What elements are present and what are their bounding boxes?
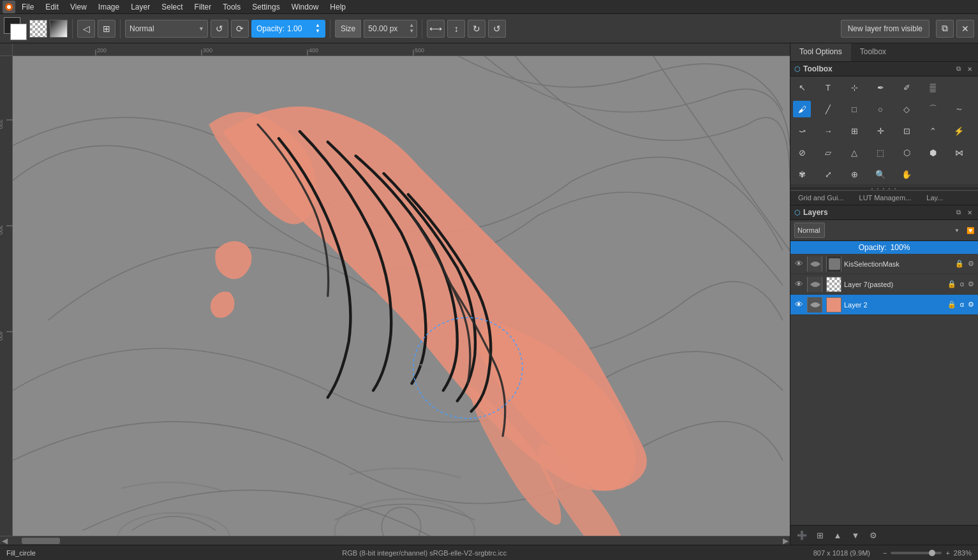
zoom-thumb[interactable] — [929, 550, 935, 556]
add-layer-btn[interactable]: ➕ — [794, 528, 810, 542]
tool-zoom[interactable]: 🔍 — [871, 166, 889, 182]
tool-brush[interactable]: 🖌 — [793, 101, 811, 117]
layer-more-1[interactable]: ⚙ — [967, 279, 975, 289]
tool-rect[interactable]: □ — [845, 101, 863, 117]
layer-item-layer7[interactable]: 👁 Layer 7(pasted) 🔒 α ⚙ — [790, 274, 978, 295]
tool-perspective[interactable]: ⌃ — [924, 122, 942, 139]
mirror-h-btn[interactable]: ⟷ — [427, 20, 445, 38]
scroll-left-btn[interactable]: ◀ — [0, 536, 9, 545]
layer-item-selection-mask[interactable]: 👁 KisSelectionMask 🔒 ⚙ — [790, 254, 978, 274]
pattern-swatch[interactable] — [29, 20, 47, 38]
tool-crop2[interactable]: ⊡ — [898, 122, 915, 139]
layer-lock-2[interactable]: 🔒 — [946, 300, 958, 309]
tool-similar[interactable]: ⊕ — [845, 166, 863, 182]
toolbox-close-btn[interactable]: ✕ — [965, 64, 974, 73]
scroll-track-h[interactable] — [9, 538, 781, 544]
tool-rect-select[interactable]: ⬚ — [871, 144, 889, 161]
tool-move[interactable]: ✛ — [871, 122, 889, 139]
tool-magnetic[interactable]: ✾ — [793, 166, 811, 182]
menu-edit[interactable]: Edit — [40, 1, 64, 13]
tool-arrow-draw[interactable]: → — [819, 122, 837, 139]
menu-file[interactable]: File — [17, 1, 39, 13]
menu-tools[interactable]: Tools — [218, 1, 246, 13]
tool-ellipse[interactable]: ○ — [871, 101, 889, 117]
size-input[interactable] — [364, 24, 409, 33]
refresh-btn[interactable]: ⟳ — [231, 20, 249, 38]
layer-eye-layer7[interactable]: 👁 — [793, 279, 804, 290]
layer-alpha-1[interactable]: α — [959, 279, 965, 289]
size-down[interactable]: ▼ — [409, 29, 414, 34]
canvas-area[interactable] — [13, 56, 790, 536]
tool-fuzzy-select[interactable]: ⤢ — [819, 166, 837, 182]
layer-more-2[interactable]: ⚙ — [967, 300, 975, 309]
mirror-v-btn[interactable]: ↕ — [447, 20, 465, 38]
tool-polygon-select[interactable]: ⬢ — [924, 144, 942, 161]
layers-close-btn[interactable]: ✕ — [965, 208, 974, 217]
tool-deform[interactable]: ⚡ — [950, 122, 968, 139]
tab-tool-options[interactable]: Tool Options — [790, 43, 851, 61]
tool-arrow[interactable]: ↖ — [793, 79, 811, 96]
tool-line[interactable]: ╱ — [819, 101, 837, 117]
menu-image[interactable]: Image — [93, 1, 124, 13]
layers-blend-select[interactable]: Normal Multiply Screen — [794, 223, 825, 238]
tool-transform[interactable]: ⊞ — [845, 122, 863, 139]
layer-properties-btn[interactable]: ⚙ — [866, 528, 881, 542]
layer-eye-selection-mask[interactable]: 👁 — [793, 258, 804, 270]
move-layer-up-btn[interactable]: ▲ — [830, 528, 845, 542]
menu-view[interactable]: View — [65, 1, 92, 13]
tool-freehand-select[interactable]: ⋈ — [950, 144, 968, 161]
scroll-thumb-h[interactable] — [22, 538, 60, 544]
tool-paint[interactable]: ✐ — [898, 79, 915, 96]
tool-arc[interactable]: ⌒ — [924, 101, 942, 117]
layer-eye-layer2[interactable]: 👁 — [793, 299, 804, 311]
tab-grid-guides[interactable]: Grid and Gui... — [790, 191, 852, 205]
layers-float-btn[interactable]: ⧉ — [954, 208, 963, 217]
new-layer-visible-btn[interactable]: New layer from visible — [841, 20, 930, 38]
size-up[interactable]: ▲ — [409, 23, 414, 28]
rotate2-btn[interactable]: ↺ — [488, 20, 506, 38]
tab-toolbox[interactable]: Toolbox — [851, 43, 895, 61]
tool-text[interactable]: T — [819, 79, 837, 96]
erase-btn[interactable]: ◁ — [77, 20, 95, 38]
menu-settings[interactable]: Settings — [247, 1, 285, 13]
reset-btn[interactable]: ↺ — [211, 20, 228, 38]
menu-layer[interactable]: Layer — [126, 1, 155, 13]
gradient-swatch[interactable] — [50, 20, 68, 38]
zoom-slider[interactable] — [891, 552, 942, 554]
menu-select[interactable]: Select — [156, 1, 188, 13]
layers-opacity-value[interactable]: 100% — [891, 243, 910, 252]
toolbox-float-btn[interactable]: ⧉ — [954, 64, 963, 73]
menu-window[interactable]: Window — [286, 1, 324, 13]
scrollbar-horizontal[interactable]: ◀ ▶ — [0, 536, 790, 545]
tab-layers-mini[interactable]: Lay... — [919, 191, 951, 205]
tool-fill[interactable]: ⊘ — [793, 144, 811, 161]
move-layer-down-btn[interactable]: ▼ — [848, 528, 863, 542]
add-group-btn[interactable]: ⊞ — [812, 528, 827, 542]
layer-lock-1[interactable]: 🔒 — [946, 279, 958, 289]
scroll-right-btn[interactable]: ▶ — [781, 536, 790, 545]
tab-lut-management[interactable]: LUT Managem... — [852, 191, 919, 205]
menu-help[interactable]: Help — [325, 1, 351, 13]
background-color[interactable] — [10, 24, 27, 40]
tool-crop[interactable]: ⊹ — [845, 79, 863, 96]
menu-filter[interactable]: Filter — [189, 1, 217, 13]
tool-gradient[interactable]: ▱ — [819, 144, 837, 161]
layer-more-0[interactable]: ⚙ — [967, 259, 975, 269]
layer-alpha-2[interactable]: α — [959, 300, 965, 309]
tool-pan[interactable]: ✋ — [898, 166, 915, 182]
blend-mode-select[interactable]: Normal Multiply Screen Overlay — [125, 20, 208, 38]
tool-path-curve[interactable]: ⤻ — [793, 122, 811, 139]
tool-wave[interactable]: ～ — [950, 101, 968, 117]
docked-separator[interactable]: • • • • • — [790, 186, 978, 191]
tool-measure[interactable]: △ — [845, 144, 863, 161]
tool-pattern[interactable]: ▒ — [924, 79, 942, 96]
rotate-btn[interactable]: ↻ — [468, 20, 485, 38]
panel-close-btn[interactable]: ✕ — [956, 20, 974, 38]
panel-float-btn[interactable]: ⧉ — [936, 20, 954, 38]
preserve-alpha-btn[interactable]: ⊞ — [98, 20, 115, 38]
opacity-down[interactable]: ▼ — [315, 29, 320, 34]
layer-lock-0[interactable]: 🔒 — [954, 259, 965, 269]
opacity-up[interactable]: ▲ — [315, 23, 320, 28]
layers-blend-lock[interactable]: 🔽 — [967, 227, 974, 234]
layer-item-layer2[interactable]: 👁 Layer 2 🔒 α ⚙ — [790, 295, 978, 315]
